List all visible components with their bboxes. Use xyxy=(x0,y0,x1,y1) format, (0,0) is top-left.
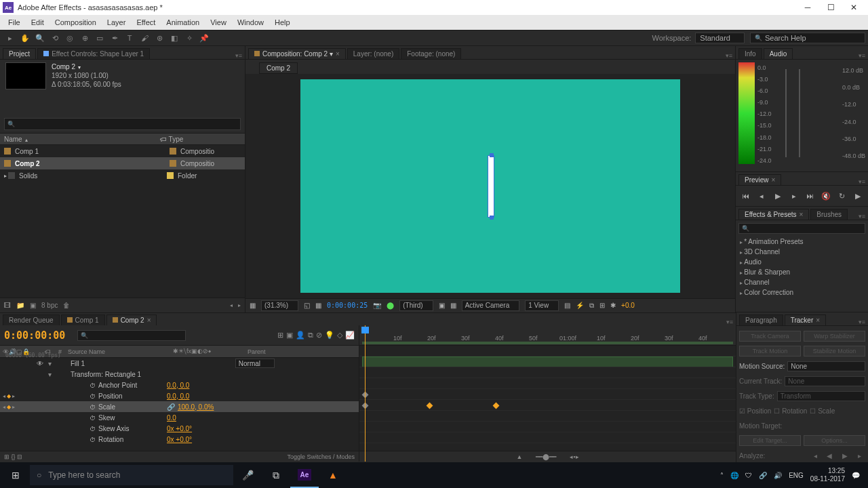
vlc-app-icon[interactable]: ▲ xyxy=(319,462,347,488)
brainstorm-icon[interactable]: 💡 xyxy=(325,331,334,340)
first-frame-button[interactable]: ⏮ xyxy=(740,190,752,202)
mic-icon[interactable]: 🎤 xyxy=(233,462,262,488)
workspace-dropdown[interactable]: Standard xyxy=(695,33,745,43)
value-scale[interactable]: 100.0, 0.0% xyxy=(178,403,214,411)
timeline-current-time[interactable]: 0:00:00:00 xyxy=(4,329,65,342)
help-search-input[interactable]: Search Help xyxy=(750,33,865,43)
effects-category[interactable]: Audio xyxy=(736,257,868,267)
taskbar-search[interactable]: ○Type here to search xyxy=(30,465,233,485)
grid-guides-icon[interactable]: ▦ xyxy=(450,302,456,309)
track-motion-button[interactable]: Track Motion xyxy=(739,346,801,357)
puppet-tool[interactable]: 📌 xyxy=(198,32,210,44)
tray-expand-icon[interactable]: ˄ xyxy=(720,472,724,479)
work-area-bar[interactable] xyxy=(362,342,733,344)
channel-icon[interactable]: ⬤ xyxy=(387,302,394,309)
rotation-checkbox[interactable]: ☐ Rotation xyxy=(774,407,807,415)
effects-category[interactable]: Blur & Sharpen xyxy=(736,267,868,277)
value-position[interactable]: 0.0, 0.0 xyxy=(167,392,189,400)
flowchart-icon[interactable]: ⊞ xyxy=(599,302,605,309)
after-effects-app-icon[interactable]: Ae xyxy=(290,462,319,488)
options-button[interactable]: Options... xyxy=(804,435,865,446)
bpc-button[interactable]: 8 bpc xyxy=(41,302,58,309)
fast-preview-icon[interactable]: ⚡ xyxy=(576,302,584,309)
pen-tool[interactable]: ✒ xyxy=(108,32,121,44)
panel-menu-icon[interactable]: ▾≡ xyxy=(859,52,865,59)
last-frame-button[interactable]: ⏭ xyxy=(804,190,816,202)
effects-search-input[interactable] xyxy=(738,223,865,234)
rotation-tool[interactable]: ⟲ xyxy=(49,32,61,44)
stabilize-motion-button[interactable]: Stabilize Motion xyxy=(804,346,865,357)
frame-blend-icon[interactable]: ⧉ xyxy=(308,331,313,340)
effects-category[interactable]: 3D Channel xyxy=(736,247,868,257)
panel-menu-icon[interactable]: ▾≡ xyxy=(859,319,865,325)
mute-button[interactable]: 🔇 xyxy=(820,190,832,202)
transparency-icon[interactable]: ▦ xyxy=(315,302,321,309)
edit-target-button[interactable]: Edit Target... xyxy=(739,435,801,446)
close-button[interactable]: ✕ xyxy=(842,1,865,14)
tab-info[interactable]: Info xyxy=(738,48,762,59)
grid-icon[interactable]: ▦ xyxy=(250,302,256,309)
tab-effects-presets[interactable]: Effects & Presets× xyxy=(738,209,809,220)
current-time[interactable]: 0:00:00:25 xyxy=(327,302,368,309)
menu-effect[interactable]: Effect xyxy=(131,17,161,28)
position-checkbox[interactable]: ☑ Position xyxy=(739,407,771,415)
prop-anchor-point[interactable]: ⏱Anchor Point xyxy=(58,382,167,389)
motion-blur-icon[interactable]: ⊘ xyxy=(316,331,322,340)
timeline-search-input[interactable] xyxy=(77,330,186,341)
tab-composition[interactable]: Composition: Comp 2 ▾× xyxy=(248,48,346,59)
roi-icon[interactable]: ▣ xyxy=(439,302,445,309)
zoom-out-icon[interactable]: ▲ xyxy=(516,453,522,460)
warp-stabilizer-button[interactable]: Warp Stabilizer xyxy=(804,331,865,342)
zoom-tool[interactable]: 🔍 xyxy=(34,32,46,44)
loop-button[interactable]: ↻ xyxy=(836,190,848,202)
effects-category[interactable]: Color Correction xyxy=(736,287,868,298)
tray-security-icon[interactable]: 🛡 xyxy=(745,472,752,479)
clone-tool[interactable]: ⊛ xyxy=(153,32,165,44)
menu-view[interactable]: View xyxy=(205,17,232,28)
transform-group[interactable]: Transform: Rectangle 1 xyxy=(58,371,167,378)
composition-viewport[interactable] xyxy=(245,74,735,298)
timeline-icon[interactable]: ⧉ xyxy=(589,302,594,310)
toggle-switches-icon[interactable]: ⊞ {} ⊟ xyxy=(4,453,22,460)
new-comp-icon[interactable]: ▣ xyxy=(30,302,36,309)
notifications-icon[interactable]: 💬 xyxy=(852,472,860,479)
menu-animation[interactable]: Animation xyxy=(161,17,205,28)
toggle-switches-button[interactable]: Toggle Switches / Modes xyxy=(287,453,355,460)
panel-menu-icon[interactable]: ▾≡ xyxy=(726,52,732,59)
pan-behind-tool[interactable]: ⊕ xyxy=(79,32,91,44)
prop-position[interactable]: ⏱Position xyxy=(58,392,167,400)
menu-help[interactable]: Help xyxy=(269,17,296,28)
brush-tool[interactable]: 🖌 xyxy=(138,32,151,44)
prop-skew[interactable]: ⏱Skew xyxy=(58,414,167,422)
project-item-comp2[interactable]: Comp 2 Compositio xyxy=(0,157,245,169)
tab-effect-controls[interactable]: Effect Controls: Shape Layer 1 xyxy=(37,48,150,59)
ram-preview-button[interactable]: ▶ xyxy=(852,190,864,202)
resolution-icon[interactable]: ◱ xyxy=(304,302,310,309)
current-track-dropdown[interactable]: None xyxy=(785,376,865,386)
next-frame-button[interactable]: ▸ xyxy=(788,190,800,202)
value-skew-axis[interactable]: 0x +0.0° xyxy=(167,425,192,432)
panel-menu-icon[interactable]: ▾≡ xyxy=(859,213,865,220)
prop-scale[interactable]: ⏱Scale xyxy=(58,403,167,411)
camera-tool[interactable]: ◎ xyxy=(64,32,76,44)
shape-rectangle[interactable] xyxy=(488,155,494,218)
tab-project[interactable]: Project xyxy=(3,48,36,59)
roto-tool[interactable]: ✧ xyxy=(183,32,195,44)
selection-tool[interactable]: ▸ xyxy=(4,32,16,44)
panel-menu-icon[interactable]: ▾≡ xyxy=(726,319,733,325)
value-rotation[interactable]: 0x +0.0° xyxy=(167,436,192,443)
menu-window[interactable]: Window xyxy=(232,17,269,28)
delete-icon[interactable]: 🗑 xyxy=(63,302,70,309)
blend-mode-dropdown[interactable]: Normal xyxy=(235,359,275,368)
tray-volume-icon[interactable]: 🔊 xyxy=(774,472,782,479)
snapshot-icon[interactable]: 📷 xyxy=(373,302,381,309)
task-view-button[interactable]: ⧉ xyxy=(262,462,290,488)
tab-tracker[interactable]: Tracker× xyxy=(785,314,826,325)
type-tool[interactable]: T xyxy=(123,32,136,44)
track-type-dropdown[interactable]: Transform xyxy=(777,391,865,401)
prop-skew-axis[interactable]: ⏱Skew Axis xyxy=(58,425,167,432)
auto-keyframe-icon[interactable]: ◇ xyxy=(337,331,342,340)
menu-composition[interactable]: Composition xyxy=(50,17,102,28)
panel-menu-icon[interactable]: ▾≡ xyxy=(235,52,242,59)
comp-sub-tab[interactable]: Comp 2 xyxy=(259,62,298,74)
